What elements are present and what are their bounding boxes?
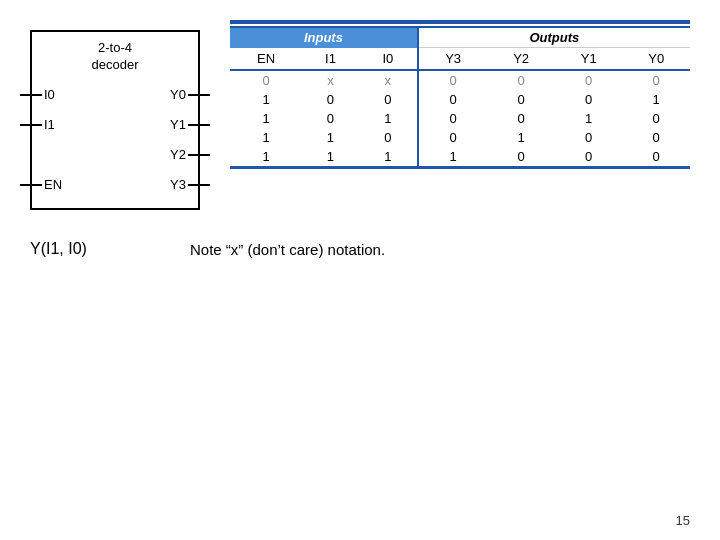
table-cell: 1 <box>302 147 359 168</box>
table-cell: 1 <box>230 90 302 109</box>
col-header-row: EN I1 I0 Y3 Y2 Y1 Y0 <box>230 48 690 71</box>
pin-line-i0 <box>20 94 42 96</box>
table-cell: 0 <box>418 70 488 90</box>
col-en: EN <box>230 48 302 71</box>
table-cell: 0 <box>555 147 623 168</box>
decoder-title-line2: decoder <box>92 57 139 72</box>
col-y0: Y0 <box>622 48 690 71</box>
table-cell: 0 <box>302 90 359 109</box>
pin-label-i0: I0 <box>44 87 55 102</box>
table-cell: 0 <box>487 147 555 168</box>
top-bar <box>230 20 690 24</box>
table-cell: 0 <box>555 90 623 109</box>
inputs-group-label: Inputs <box>230 27 418 48</box>
col-y3: Y3 <box>418 48 488 71</box>
pin-label-y3: Y3 <box>170 177 186 192</box>
col-y1: Y1 <box>555 48 623 71</box>
decoder-pin-left-en: EN <box>50 174 62 196</box>
pin-line-i1 <box>20 124 42 126</box>
table-cell: 1 <box>230 128 302 147</box>
main-container: 2-to-4 decoder I0 I1 <box>0 0 720 540</box>
y-function: Y(I1, I0) <box>30 240 150 258</box>
outputs-group-label: Outputs <box>418 27 690 48</box>
pin-line-y0-right <box>188 94 210 96</box>
table-cell: 1 <box>622 90 690 109</box>
table-cell: 0 <box>555 70 623 90</box>
table-cell: x <box>359 70 418 90</box>
pin-line-y2-right <box>188 154 210 156</box>
group-label-row: Inputs Outputs <box>230 27 690 48</box>
pin-label-en: EN <box>44 177 62 192</box>
note-text: Note “x” (don’t care) notation. <box>190 241 385 258</box>
pin-line-y1-right <box>188 124 210 126</box>
decoder-right-labels: Y0 Y1 Y2 Y3 <box>170 84 180 196</box>
table-cell: 0 <box>622 70 690 90</box>
page-number: 15 <box>676 513 690 528</box>
decoder-left-labels: I0 I1 EN <box>50 84 62 196</box>
decoder-inner: I0 I1 EN <box>42 84 188 196</box>
table-row: 1100100 <box>230 128 690 147</box>
decoder-pin-right-y1: Y1 <box>170 114 180 136</box>
truth-table-wrapper: Inputs Outputs EN I1 I0 Y3 Y2 Y1 Y0 <box>230 20 690 169</box>
col-i0: I0 <box>359 48 418 71</box>
decoder-box: 2-to-4 decoder I0 I1 <box>30 30 200 210</box>
table-cell: 0 <box>418 90 488 109</box>
table-cell: 0 <box>302 109 359 128</box>
table-cell: 0 <box>418 128 488 147</box>
table-cell: 0 <box>555 128 623 147</box>
table-cell: 0 <box>359 90 418 109</box>
table-cell: 0 <box>487 70 555 90</box>
pin-line-y3-right <box>188 184 210 186</box>
table-cell: 0 <box>418 109 488 128</box>
pin-label-y0: Y0 <box>170 87 186 102</box>
table-cell: 1 <box>555 109 623 128</box>
col-i1: I1 <box>302 48 359 71</box>
table-cell: 0 <box>622 109 690 128</box>
table-cell: 1 <box>302 128 359 147</box>
table-cell: 1 <box>359 109 418 128</box>
top-section: 2-to-4 decoder I0 I1 <box>30 20 690 210</box>
table-cell: x <box>302 70 359 90</box>
decoder-pin-right-y3: Y3 <box>170 174 180 196</box>
bottom-section: Y(I1, I0) Note “x” (don’t care) notation… <box>30 240 690 258</box>
decoder-pin-right-y2: Y2 <box>170 144 180 166</box>
truth-table: Inputs Outputs EN I1 I0 Y3 Y2 Y1 Y0 <box>230 26 690 169</box>
pin-label-i1: I1 <box>44 117 55 132</box>
decoder-title: 2-to-4 decoder <box>42 40 188 74</box>
col-y2: Y2 <box>487 48 555 71</box>
table-cell: 0 <box>622 128 690 147</box>
table-cell: 0 <box>487 109 555 128</box>
decoder-pin-left-i1: I1 <box>50 114 62 136</box>
table-row: 0xx0000 <box>230 70 690 90</box>
pin-line-en <box>20 184 42 186</box>
table-row: 1111000 <box>230 147 690 168</box>
decoder-pin-left-i0: I0 <box>50 84 62 106</box>
table-cell: 1 <box>230 147 302 168</box>
table-cell: 1 <box>230 109 302 128</box>
table-cell: 0 <box>487 90 555 109</box>
pin-label-y2: Y2 <box>170 147 186 162</box>
table-row: 1000001 <box>230 90 690 109</box>
table-row: 1010010 <box>230 109 690 128</box>
decoder-title-line1: 2-to-4 <box>98 40 132 55</box>
table-cell: 0 <box>359 128 418 147</box>
table-cell: 1 <box>487 128 555 147</box>
pin-label-y1: Y1 <box>170 117 186 132</box>
truth-table-body: 0xx00001000001101001011001001111000 <box>230 70 690 168</box>
decoder-pin-right-y0: Y0 <box>170 84 180 106</box>
decoder-diagram: 2-to-4 decoder I0 I1 <box>30 30 200 210</box>
table-cell: 1 <box>359 147 418 168</box>
table-cell: 0 <box>622 147 690 168</box>
table-cell: 1 <box>418 147 488 168</box>
decoder-pin-spacer <box>50 144 62 166</box>
table-cell: 0 <box>230 70 302 90</box>
